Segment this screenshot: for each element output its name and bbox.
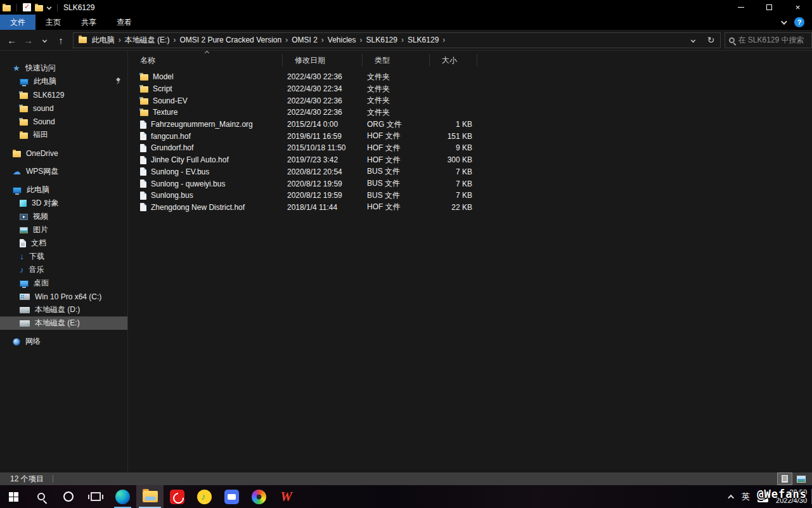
file-explorer-button[interactable] <box>136 485 164 508</box>
sidebar-item[interactable]: 福田 <box>0 128 127 141</box>
minimize-button[interactable] <box>726 0 755 15</box>
file-row[interactable]: Script2022/4/30 22:34文件夹 <box>128 83 812 95</box>
file-row[interactable]: Fahrzeugnummern_Mainz.org2015/2/14 0:00O… <box>128 119 812 131</box>
breadcrumb-item[interactable]: SLK6129 <box>405 36 441 44</box>
file-row[interactable]: Sound-EV2022/4/30 22:36文件夹 <box>128 94 812 107</box>
sidebar-section-label: 网络 <box>25 336 41 347</box>
sidebar-section-wps-cloud[interactable]: WPS网盘 <box>0 165 127 178</box>
file-row[interactable]: Zhengdong New District.hof2018/1/4 11:44… <box>128 202 812 214</box>
sidebar-item[interactable]: SLK6129 <box>0 88 127 101</box>
address-dropdown-button[interactable] <box>686 33 701 48</box>
file-row[interactable]: Grundorf.hof2015/10/18 11:50HOF 文件9 KB <box>128 142 812 154</box>
properties-icon[interactable] <box>23 3 31 11</box>
task-view-button[interactable] <box>82 485 109 508</box>
file-icon <box>140 167 146 176</box>
download-icon <box>20 252 24 261</box>
tab-home[interactable]: 主页 <box>35 15 71 30</box>
wps-office-button[interactable]: W <box>273 485 300 508</box>
file-row[interactable]: Sunlong - quweiyi.bus2020/8/12 19:59BUS … <box>128 178 812 190</box>
ribbon-tab-row: 文件 主页 共享 查看 ? <box>0 15 812 30</box>
file-row[interactable]: Texture2022/4/30 22:36文件夹 <box>128 107 812 119</box>
file-row[interactable]: fangcun.hof2019/6/11 16:59HOF 文件151 KB <box>128 130 812 142</box>
sidebar-section-label: OneDrive <box>26 149 58 158</box>
address-bar[interactable]: 此电脑›本地磁盘 (E:)›OMSI 2 Pure Cracked Versio… <box>73 32 721 48</box>
file-date: 2020/8/12 19:59 <box>283 179 363 188</box>
new-folder-icon[interactable] <box>35 5 43 11</box>
file-size: 22 KB <box>430 203 477 212</box>
sidebar-section-quick-access[interactable]: 快速访问 <box>0 62 127 75</box>
tab-view[interactable]: 查看 <box>106 15 142 30</box>
breadcrumb-item[interactable]: OMSI 2 <box>289 36 320 44</box>
language-indicator[interactable]: 英 <box>742 491 750 502</box>
help-icon[interactable]: ? <box>794 17 804 27</box>
sidebar-item[interactable]: 图片 <box>0 223 127 237</box>
show-hidden-icons-chevron-icon[interactable] <box>728 494 734 500</box>
file-row[interactable]: Sunlong.bus2020/8/12 19:59BUS 文件7 KB <box>128 190 812 202</box>
column-header-size[interactable]: 大小 <box>430 54 477 67</box>
sidebar-item[interactable]: 此电脑 <box>0 75 127 88</box>
sidebar-item[interactable]: 下载 <box>0 250 127 263</box>
thumbnails-view-button[interactable] <box>794 473 808 485</box>
forward-button[interactable]: → <box>20 32 37 48</box>
sidebar-section-onedrive[interactable]: OneDrive <box>0 147 127 160</box>
sidebar-item[interactable]: 桌面 <box>0 277 127 290</box>
breadcrumb-separator-icon: › <box>284 36 289 44</box>
picture-icon <box>20 227 28 233</box>
file-date: 2022/4/30 22:34 <box>283 84 363 93</box>
file-name-cell: Jinhe City Full Auto.hof <box>128 155 283 164</box>
breadcrumb-separator-icon: › <box>400 36 405 44</box>
breadcrumb-item[interactable]: 此电脑 <box>89 35 117 46</box>
sidebar-item[interactable]: 音乐 <box>0 263 127 277</box>
ribbon-right-controls: ? <box>781 15 812 30</box>
edge-button[interactable] <box>109 485 136 508</box>
close-button[interactable]: × <box>783 0 812 15</box>
sidebar-item-label: 桌面 <box>34 278 49 289</box>
breadcrumb-item[interactable]: Vehicles <box>325 36 359 44</box>
breadcrumb-item[interactable]: OMSI 2 Pure Cracked Version <box>177 36 284 44</box>
sidebar-item[interactable]: 文档 <box>0 237 127 250</box>
expand-ribbon-chevron-icon[interactable] <box>781 18 787 25</box>
breadcrumb-separator-icon: › <box>117 36 122 44</box>
sidebar-item[interactable]: sound <box>0 101 127 115</box>
search-input[interactable] <box>738 36 808 44</box>
breadcrumb-item[interactable]: SLK6129 <box>364 36 400 44</box>
network-icon <box>13 338 20 346</box>
details-view-button[interactable] <box>778 473 792 485</box>
qat-customize-chevron-icon[interactable] <box>47 5 52 10</box>
restore-icon <box>766 4 772 10</box>
blue-app-button[interactable] <box>218 485 245 508</box>
tab-file[interactable]: 文件 <box>0 15 35 30</box>
cortana-button[interactable] <box>55 485 82 508</box>
colorful-app-button[interactable] <box>245 485 273 508</box>
search-button[interactable] <box>27 485 55 508</box>
sidebar-section-network[interactable]: 网络 <box>0 335 127 348</box>
column-header-name[interactable]: 名称 <box>128 54 283 67</box>
tab-share[interactable]: 共享 <box>71 15 106 30</box>
breadcrumb-item[interactable]: 本地磁盘 (E:) <box>122 35 172 46</box>
file-row[interactable]: Model2022/4/30 22:36文件夹 <box>128 71 812 83</box>
sidebar-section-this-pc[interactable]: 此电脑 <box>0 183 127 197</box>
file-row[interactable]: Jinhe City Full Auto.hof2019/7/23 3:42HO… <box>128 154 812 166</box>
start-button[interactable] <box>0 485 27 508</box>
file-type: HOF 文件 <box>363 202 430 212</box>
sidebar-item[interactable]: Win 10 Pro x64 (C:) <box>0 290 127 303</box>
sidebar-item[interactable]: 3D 对象 <box>0 197 127 210</box>
up-button[interactable]: ↑ <box>53 32 69 48</box>
file-row[interactable]: Sunlong - EV.bus2020/8/12 20:54BUS 文件7 K… <box>128 166 812 178</box>
sidebar-item[interactable]: 视频 <box>0 210 127 223</box>
sidebar-item[interactable]: Sound <box>0 115 127 128</box>
column-header-type[interactable]: 类型 <box>363 54 430 67</box>
search-box[interactable] <box>725 32 812 48</box>
refresh-button[interactable]: ↻ <box>704 33 719 48</box>
file-name-cell: Model <box>128 72 283 81</box>
sidebar-item[interactable]: 本地磁盘 (E:) <box>0 316 127 330</box>
back-button[interactable]: ← <box>4 32 20 48</box>
netease-music-button[interactable] <box>164 485 191 508</box>
restore-button[interactable] <box>755 0 783 15</box>
column-header-date[interactable]: 修改日期 <box>283 54 363 67</box>
task-view-icon <box>91 492 101 501</box>
sidebar-item-label: 本地磁盘 (D:) <box>35 304 80 315</box>
qq-music-button[interactable] <box>191 485 218 508</box>
sidebar-item[interactable]: 本地磁盘 (D:) <box>0 303 127 316</box>
recent-locations-chevron[interactable] <box>36 32 53 48</box>
